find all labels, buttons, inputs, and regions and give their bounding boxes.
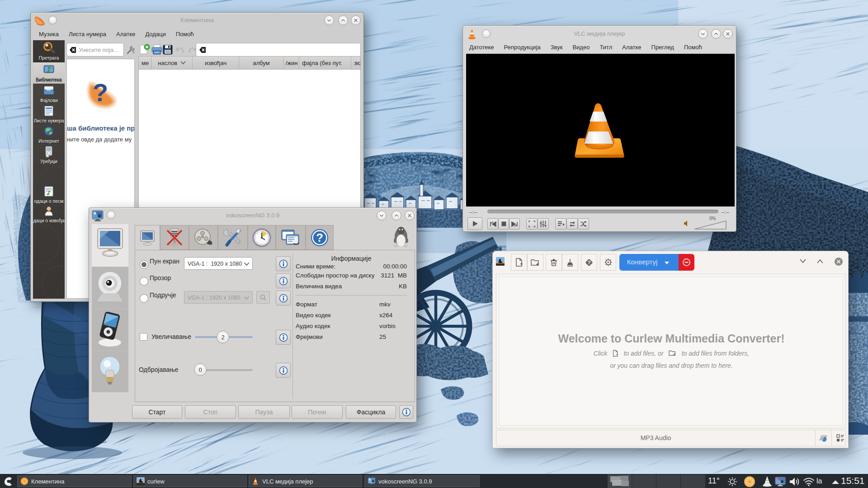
svg-text:?: ? <box>316 231 323 244</box>
svg-text:?: ? <box>93 78 108 107</box>
svg-text:?: ? <box>588 260 591 265</box>
